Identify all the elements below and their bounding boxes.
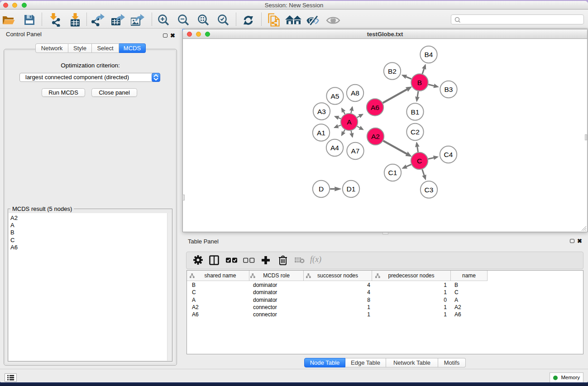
svg-text:B1: B1 [411, 108, 420, 116]
svg-text:A8: A8 [351, 89, 359, 97]
svg-text:A2: A2 [371, 133, 380, 140]
svg-text:A7: A7 [351, 147, 360, 155]
svg-text:A6: A6 [371, 104, 379, 111]
svg-text:B4: B4 [425, 51, 433, 58]
svg-text:D: D [319, 185, 324, 193]
svg-text:C4: C4 [444, 151, 453, 158]
svg-text:B2: B2 [388, 67, 397, 75]
svg-text:A5: A5 [331, 92, 339, 100]
svg-text:A1: A1 [317, 129, 325, 137]
svg-text:B: B [417, 79, 422, 86]
svg-text:A4: A4 [330, 144, 339, 152]
svg-text:B3: B3 [445, 86, 453, 93]
svg-text:A: A [347, 118, 352, 126]
svg-text:A3: A3 [317, 108, 326, 115]
svg-text:D1: D1 [347, 185, 356, 193]
svg-text:C3: C3 [425, 186, 434, 194]
svg-text:C2: C2 [411, 128, 420, 136]
svg-text:C1: C1 [388, 169, 397, 176]
svg-text:C: C [417, 157, 422, 165]
